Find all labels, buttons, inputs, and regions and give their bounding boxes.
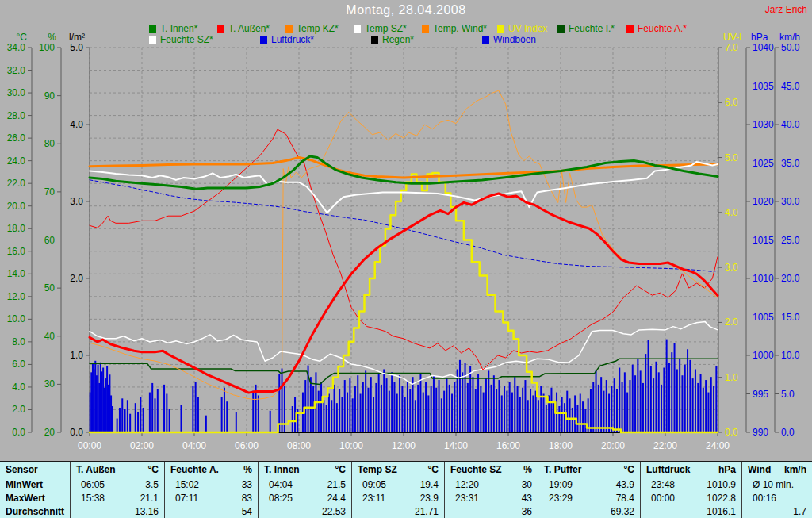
svg-text:4.0: 4.0 [70, 119, 83, 130]
min-value: 3.5 [145, 478, 159, 492]
stats-header: Windkm/h [742, 462, 812, 478]
legend-item-feuchte-a: Feuchte A.* [626, 24, 687, 33]
stats-label-column: SensorMinWertMaxWertDurchschnitt [0, 462, 70, 518]
svg-text:7.0: 7.0 [725, 42, 738, 53]
svg-text:14:00: 14:00 [444, 440, 468, 451]
axis-km-h: 50.045.040.035.030.025.020.015.010.05.00… [775, 32, 800, 438]
stats-max-row: 23:3143 [445, 492, 538, 505]
stats-column-luftdruck: LuftdruckhPa23:481010.900:001022.81016.1 [640, 462, 741, 518]
legend-label: Feuchte SZ* [160, 35, 213, 44]
svg-text:1035: 1035 [753, 81, 774, 92]
legend-swatch-feuchte-sz [149, 36, 156, 44]
stats-avg-row: 69.32 [538, 505, 640, 518]
svg-text:6.0: 6.0 [12, 359, 25, 370]
min-value: 43.9 [616, 478, 634, 492]
legend-swatch-regen [371, 36, 378, 44]
svg-text:3.0: 3.0 [70, 196, 83, 207]
min-time: Ø 10 min. [748, 478, 794, 492]
svg-text:4.0: 4.0 [725, 207, 738, 218]
x-axis: 00:0002:0004:0006:0008:0010:0012:0014:00… [78, 432, 730, 451]
max-time: 07:11 [170, 492, 198, 505]
svg-text:1025: 1025 [753, 158, 774, 169]
stats-header: Feuchte A.% [165, 462, 258, 478]
svg-text:km/h: km/h [779, 32, 800, 43]
svg-text:%: % [48, 32, 56, 43]
max-value: 1022.8 [707, 492, 736, 505]
max-time: 23:29 [544, 492, 573, 505]
svg-text:0.0: 0.0 [781, 427, 795, 438]
sensor-unit: °C [335, 463, 346, 477]
legend-label: Temp KZ* [297, 24, 339, 33]
sensor-name: T. Puffer [544, 463, 581, 477]
svg-text:995: 995 [753, 389, 768, 400]
max-time: 00:16 [748, 492, 776, 505]
svg-text:990: 990 [753, 427, 768, 438]
svg-text:50.0: 50.0 [781, 42, 800, 53]
legend-swatch-temp-wind [422, 25, 429, 33]
svg-text:30: 30 [44, 378, 56, 389]
svg-text:20: 20 [44, 427, 56, 438]
svg-text:°C: °C [17, 32, 28, 43]
svg-text:40.0: 40.0 [781, 119, 800, 130]
svg-text:04:00: 04:00 [182, 440, 206, 451]
svg-text:2.0: 2.0 [725, 317, 738, 328]
svg-text:1020: 1020 [753, 196, 774, 207]
stats-column-feuchte-sz: Feuchte SZ%12:203023:314336 [444, 462, 538, 518]
stats-column-t-innen: T. Innen°C04:0421.508:2524.422.53 [258, 462, 351, 518]
svg-text:0.0: 0.0 [12, 427, 25, 438]
legend-item-t-au-en: T. Außen* [217, 24, 270, 33]
sensor-name: Temp SZ [358, 463, 397, 477]
svg-text:UV-I: UV-I [723, 32, 741, 43]
stats-min-row: 15:0233 [165, 478, 258, 492]
stats-header: T. Innen°C [259, 462, 351, 478]
svg-text:4.0: 4.0 [12, 382, 25, 393]
min-value: 21.5 [327, 478, 346, 492]
stats-max-row: 00:001022.8 [641, 492, 741, 505]
svg-text:1.0: 1.0 [725, 372, 738, 383]
legend-label: Regen* [382, 35, 414, 44]
stats-column-t-au-en: T. Außen°C06:053.515:3821.113.16 [70, 462, 164, 518]
axis-c: 34.032.030.028.026.024.022.020.018.016.0… [7, 32, 32, 438]
stats-min-row: 23:481010.9 [641, 478, 741, 492]
max-value: 78.4 [616, 492, 634, 505]
svg-text:34.0: 34.0 [7, 42, 26, 53]
row-label-minwert: MinWert [0, 478, 70, 492]
legend-swatch-windb-en [482, 36, 489, 44]
stats-min-row: 12:2030 [445, 478, 538, 492]
sensor-unit: °C [428, 463, 439, 477]
svg-text:16.0: 16.0 [7, 246, 26, 257]
svg-text:30.0: 30.0 [781, 196, 800, 207]
legend-item-luftdruck: Luftdruck* [260, 35, 314, 44]
svg-text:24:00: 24:00 [706, 440, 730, 451]
legend-swatch-luftdruck [260, 36, 267, 44]
stats-avg-row: 54 [165, 505, 258, 518]
avg-value: 1016.1 [707, 505, 736, 518]
stats-column-feuchte-a: Feuchte A.%15:023307:118354 [164, 462, 258, 518]
stats-min-row: 06:053.5 [71, 478, 164, 492]
svg-text:3.0: 3.0 [725, 262, 738, 273]
sensor-name: Feuchte A. [170, 463, 219, 477]
legend-label: T. Innen* [160, 24, 197, 33]
legend-swatch-t-au-en [217, 25, 224, 33]
stats-column-wind: Windkm/hØ 10 min.4.700:16N-NW 6.81.7 [741, 462, 812, 518]
legend-swatch-feuchte-a [626, 25, 634, 33]
stats-min-row: 04:0421.5 [259, 478, 351, 492]
axis-uv-i: 7.06.05.04.03.02.01.00.0UV-I [718, 32, 741, 438]
svg-text:20.0: 20.0 [7, 201, 26, 212]
sensor-unit: hPa [718, 463, 736, 477]
legend-item-temp-kz: Temp KZ* [285, 24, 339, 33]
svg-text:40: 40 [44, 331, 56, 342]
sensor-unit: % [523, 463, 532, 477]
svg-text:hPa: hPa [751, 32, 768, 43]
stats-avg-row: 36 [445, 505, 538, 518]
svg-text:1005: 1005 [753, 312, 774, 323]
svg-text:1000: 1000 [753, 350, 774, 361]
svg-text:08:00: 08:00 [287, 440, 311, 451]
svg-text:0.0: 0.0 [725, 427, 738, 438]
stats-max-row: 23:1123.9 [352, 492, 444, 505]
legend-label: Temp SZ* [365, 24, 407, 33]
avg-value: 54 [242, 505, 252, 518]
legend-item-temp-wind: Temp. Wind* [422, 24, 487, 33]
sensor-unit: °C [624, 463, 634, 477]
stats-min-row: 09:0519.4 [352, 478, 444, 492]
